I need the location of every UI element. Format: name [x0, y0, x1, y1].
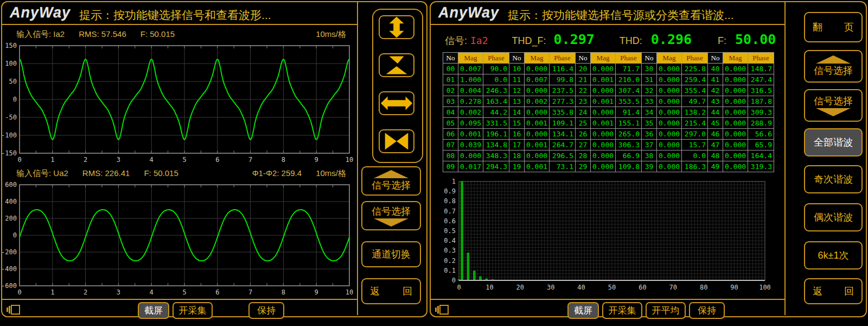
- table-cell: 45: [708, 118, 723, 128]
- thd-label: THD:: [620, 35, 642, 47]
- start-acquire-button[interactable]: 开采集: [602, 302, 642, 319]
- table-cell: 0.007: [525, 74, 549, 85]
- table-cell: 39: [642, 161, 656, 172]
- table-cell: 0.0: [483, 74, 509, 85]
- svg-text:1: 1: [50, 156, 54, 164]
- page-turn-label: 翻: [813, 21, 822, 34]
- footer-divider: [431, 299, 784, 300]
- signal-select-down-button[interactable]: 信号选择: [361, 201, 421, 230]
- svg-text:10: 10: [486, 284, 493, 291]
- svg-text:0.6: 0.6: [444, 217, 456, 225]
- hold-button[interactable]: 保持: [689, 302, 725, 319]
- table-cell: 41: [708, 74, 723, 85]
- table-cell: 0.000: [657, 151, 681, 161]
- svg-text:7: 7: [248, 156, 252, 164]
- table-cell: 19: [509, 161, 524, 172]
- return-label: 回: [403, 285, 412, 298]
- table-cell: 0.000: [591, 85, 615, 96]
- anyway-analyzer-screen: AnyWay 提示：按功能键选择信号和查看波形... 输入信号: Ia2 RMS…: [0, 0, 868, 326]
- horizontal-expand-button[interactable]: [379, 91, 414, 115]
- hold-button[interactable]: 保持: [248, 302, 284, 319]
- signal-select-up-button[interactable]: 信号选择: [804, 50, 863, 83]
- table-cell: 0.001: [591, 96, 615, 106]
- table-cell: 26: [576, 129, 590, 139]
- table-cell: 316.5: [748, 85, 774, 96]
- table-cell: 0.000: [591, 151, 615, 161]
- table-cell: 0.002: [458, 107, 483, 117]
- start-average-label: 开平均: [652, 304, 680, 317]
- return-button[interactable]: 返 回: [361, 278, 421, 304]
- vertical-compress-button[interactable]: [379, 53, 414, 77]
- svg-text:5: 5: [182, 156, 186, 164]
- table-cell: 306.3: [616, 140, 641, 150]
- table-cell: 32: [642, 85, 656, 96]
- table-cell: 14: [509, 107, 524, 117]
- chart2-timebase: 10ms/格: [316, 168, 346, 179]
- table-cell: 259.4: [682, 74, 707, 85]
- signal-select-up-button[interactable]: 信号选择: [361, 166, 421, 196]
- table-cell: 1.000: [458, 74, 483, 85]
- screenshot-button[interactable]: 截屏: [567, 302, 599, 319]
- table-cell: 27: [576, 140, 590, 150]
- return-label: 返: [370, 285, 380, 298]
- return-button[interactable]: 返 回: [804, 278, 863, 304]
- start-average-button[interactable]: 开平均: [646, 302, 686, 319]
- table-cell: 109.8: [616, 161, 641, 172]
- table-cell: 319.3: [748, 161, 774, 172]
- table-cell: 40: [708, 64, 723, 74]
- 6k-plus-minus-1-button[interactable]: 6k±1次: [804, 241, 863, 269]
- table-cell: 33: [642, 96, 656, 106]
- svg-text:40: 40: [577, 284, 585, 291]
- all-harmonics-button[interactable]: 全部谐波: [804, 128, 863, 156]
- start-acquire-label: 开采集: [179, 304, 207, 317]
- svg-text:9: 9: [315, 289, 318, 296]
- thd-value: 0.296: [651, 32, 692, 47]
- svg-text:0: 0: [452, 277, 456, 284]
- table-cell: 15.7: [682, 140, 707, 150]
- table-cell: 0.000: [657, 85, 681, 96]
- table-cell: 0.000: [723, 74, 748, 85]
- page-turn-button[interactable]: 翻 页: [804, 12, 863, 42]
- table-cell: 0.000: [723, 85, 748, 96]
- svg-text:5: 5: [182, 289, 186, 296]
- channel-switch-button[interactable]: 通道切换: [361, 241, 421, 267]
- svg-text:400: 400: [5, 198, 17, 205]
- svg-text:200: 200: [5, 215, 17, 222]
- vertical-expand-button[interactable]: [379, 15, 414, 39]
- svg-text:10: 10: [346, 289, 353, 296]
- svg-text:9: 9: [315, 156, 318, 164]
- chart2-header: 输入信号: Ua2 RMS: 226.41 F: 50.015 Φ1-Φ2: 2…: [16, 168, 346, 179]
- table-cell: 0.001: [458, 129, 483, 139]
- table-cell: 264.7: [550, 140, 575, 150]
- svg-text:0: 0: [457, 284, 461, 291]
- table-cell: 99.8: [550, 74, 575, 85]
- table-cell: 309.3: [748, 107, 774, 117]
- fkey-column-divider: [357, 2, 358, 315]
- table-cell: No: [443, 53, 458, 63]
- start-acquire-button[interactable]: 开采集: [173, 302, 213, 319]
- table-cell: 0.004: [458, 85, 483, 96]
- table-cell: 49.7: [682, 96, 707, 106]
- signal-select-down-button[interactable]: 信号选择: [804, 89, 863, 122]
- table-cell: 196.1: [483, 129, 509, 139]
- table-cell: 348.3: [483, 151, 509, 161]
- svg-text:8: 8: [282, 156, 285, 164]
- table-cell: 294.3: [483, 161, 509, 172]
- table-cell: 0.000: [723, 161, 748, 172]
- svg-text:0: 0: [13, 231, 17, 239]
- table-cell: 20: [576, 64, 590, 74]
- screenshot-button[interactable]: 截屏: [138, 302, 169, 319]
- hold-label: 保持: [257, 304, 276, 317]
- harmonics-panel: AnyWay 提示：按功能键选择信号源或分类查看谐波... 信号: Ia2 TH…: [430, 1, 867, 317]
- odd-harmonics-button[interactable]: 奇次谐波: [804, 165, 863, 193]
- power-plug-icon: [7, 304, 21, 315]
- table-cell: 186.3: [682, 161, 707, 172]
- svg-text:6: 6: [215, 289, 219, 296]
- svg-text:-400: -400: [2, 265, 17, 273]
- table-cell: 0.000: [591, 161, 615, 172]
- svg-text:7: 7: [248, 289, 252, 296]
- horizontal-compress-button[interactable]: [379, 129, 414, 153]
- even-harmonics-button[interactable]: 偶次谐波: [804, 203, 863, 231]
- header-divider: [431, 24, 784, 25]
- table-cell: Mag: [723, 53, 748, 63]
